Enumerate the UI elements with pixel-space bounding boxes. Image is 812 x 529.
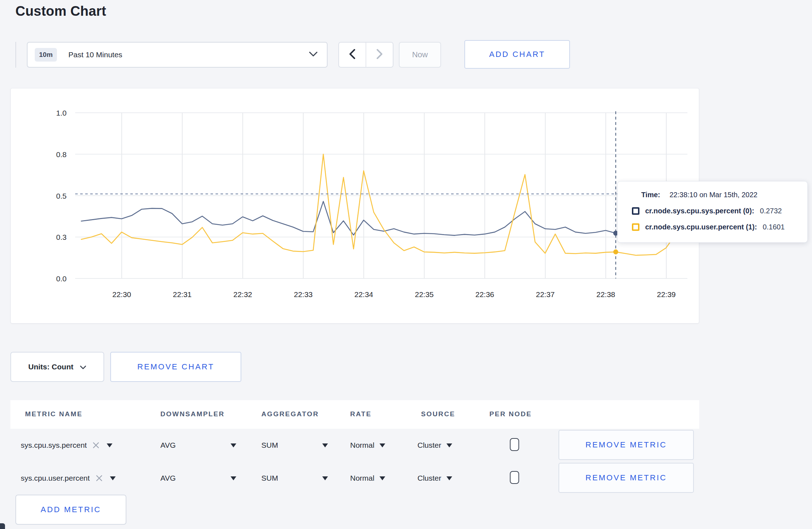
col-header-rate: RATE bbox=[350, 410, 372, 418]
units-label: Units: Count bbox=[28, 363, 73, 371]
caret-down-icon bbox=[231, 476, 236, 480]
chevron-down-icon bbox=[80, 363, 86, 371]
col-header-downsampler: DOWNSAMPLER bbox=[160, 410, 224, 418]
svg-text:0.3: 0.3 bbox=[56, 233, 67, 241]
tooltip-series-label: cr.node.sys.cpu.sys.percent (0): bbox=[645, 207, 754, 215]
svg-text:22:31: 22:31 bbox=[173, 290, 192, 299]
svg-text:22:38: 22:38 bbox=[596, 290, 615, 299]
metric-name-dropdown[interactable]: sys.cpu.sys.percent bbox=[21, 439, 112, 452]
tooltip-time-value: 22:38:10 on Mar 15th, 2022 bbox=[670, 191, 758, 199]
add-metric-button[interactable]: ADD METRIC bbox=[15, 495, 126, 525]
rate-dropdown[interactable]: Normal bbox=[350, 472, 385, 485]
caret-down-icon bbox=[231, 443, 236, 447]
svg-text:1.0: 1.0 bbox=[56, 109, 67, 117]
svg-text:0.5: 0.5 bbox=[56, 192, 67, 200]
downsampler-value: AVG bbox=[160, 441, 176, 450]
source-dropdown[interactable]: Cluster bbox=[417, 439, 452, 452]
metric-name-value: sys.cpu.sys.percent bbox=[21, 441, 87, 450]
tooltip-series-label: cr.node.sys.cpu.user.percent (1): bbox=[645, 223, 757, 231]
downsampler-dropdown[interactable]: AVG bbox=[160, 472, 236, 485]
svg-text:22:30: 22:30 bbox=[112, 290, 131, 299]
per-node-checkbox[interactable] bbox=[510, 438, 519, 451]
aggregator-value: SUM bbox=[261, 441, 278, 450]
clear-metric-icon[interactable] bbox=[92, 442, 100, 449]
chart-hover-tooltip: Time: 22:38:10 on Mar 15th, 2022 cr.node… bbox=[617, 181, 808, 243]
metric-name-value: sys.cpu.user.percent bbox=[21, 474, 90, 482]
svg-text:22:32: 22:32 bbox=[233, 290, 252, 299]
downsampler-value: AVG bbox=[160, 474, 176, 482]
source-value: Cluster bbox=[417, 474, 441, 482]
aggregator-dropdown[interactable]: SUM bbox=[261, 472, 328, 485]
tooltip-time-label: Time: bbox=[641, 191, 660, 199]
svg-text:22:37: 22:37 bbox=[536, 290, 555, 299]
col-header-per-node: PER NODE bbox=[489, 410, 532, 418]
per-node-checkbox[interactable] bbox=[510, 471, 519, 484]
metric-name-dropdown[interactable]: sys.cpu.user.percent bbox=[21, 472, 116, 485]
caret-down-icon bbox=[322, 443, 328, 447]
tooltip-series-value: 0.2732 bbox=[760, 207, 782, 215]
clear-metric-icon[interactable] bbox=[96, 475, 103, 482]
caret-down-icon bbox=[446, 443, 452, 447]
svg-text:22:39: 22:39 bbox=[657, 290, 676, 299]
series-swatch-sys bbox=[632, 207, 639, 215]
units-dropdown[interactable]: Units: Count bbox=[10, 352, 104, 382]
col-header-source: SOURCE bbox=[421, 410, 455, 418]
col-header-metric-name: METRIC NAME bbox=[25, 410, 82, 418]
svg-text:0.8: 0.8 bbox=[56, 150, 67, 159]
downsampler-dropdown[interactable]: AVG bbox=[160, 439, 236, 452]
caret-down-icon[interactable] bbox=[107, 443, 112, 447]
tooltip-series-value: 0.1601 bbox=[763, 223, 784, 231]
remove-chart-button[interactable]: REMOVE CHART bbox=[110, 352, 241, 382]
svg-text:0.0: 0.0 bbox=[56, 275, 67, 283]
svg-text:22:33: 22:33 bbox=[294, 290, 313, 299]
source-dropdown[interactable]: Cluster bbox=[417, 472, 452, 485]
svg-text:22:36: 22:36 bbox=[475, 290, 494, 299]
scroll-corner-nub bbox=[0, 523, 5, 529]
rate-value: Normal bbox=[350, 441, 374, 450]
svg-text:22:35: 22:35 bbox=[415, 290, 434, 299]
caret-down-icon bbox=[446, 476, 452, 480]
remove-metric-button[interactable]: REMOVE METRIC bbox=[559, 430, 694, 460]
series-swatch-user bbox=[632, 223, 639, 231]
caret-down-icon bbox=[380, 476, 385, 480]
caret-down-icon bbox=[322, 476, 328, 480]
caret-down-icon bbox=[380, 443, 385, 447]
col-header-aggregator: AGGREGATOR bbox=[261, 410, 319, 418]
caret-down-icon[interactable] bbox=[110, 476, 116, 480]
rate-dropdown[interactable]: Normal bbox=[350, 439, 385, 452]
svg-text:22:34: 22:34 bbox=[354, 290, 373, 299]
remove-metric-button[interactable]: REMOVE METRIC bbox=[559, 463, 694, 493]
aggregator-value: SUM bbox=[261, 474, 278, 482]
rate-value: Normal bbox=[350, 474, 374, 482]
aggregator-dropdown[interactable]: SUM bbox=[261, 439, 328, 452]
source-value: Cluster bbox=[417, 441, 441, 450]
